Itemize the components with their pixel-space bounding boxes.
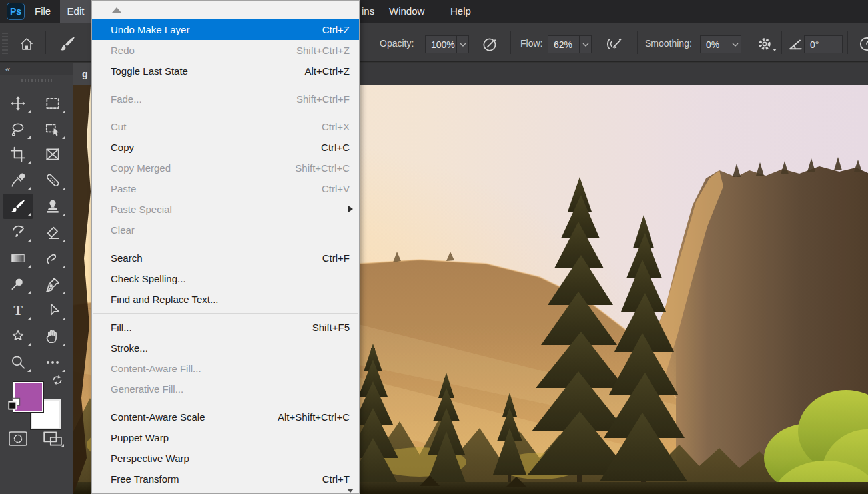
home-button[interactable] — [17, 35, 36, 53]
move-tool[interactable] — [3, 91, 33, 116]
brush-angle-input[interactable]: 0° — [804, 35, 843, 53]
menu-separator — [93, 244, 358, 244]
flow-label: Flow: — [520, 38, 542, 49]
menu-item-copy-merged[interactable]: Copy MergedShift+Ctrl+C — [92, 158, 359, 178]
menu-edit[interactable]: Edit — [60, 0, 91, 23]
smudge-tool[interactable] — [37, 246, 68, 271]
default-colors-icon[interactable] — [7, 396, 23, 412]
crop-tool[interactable] — [3, 142, 33, 167]
menu-item-copy[interactable]: CopyCtrl+C — [92, 137, 359, 158]
menu-item-find-and-replace-text[interactable]: Find and Replace Text... — [92, 289, 359, 310]
lasso-tool[interactable] — [3, 117, 33, 142]
smoothing-input[interactable]: 0% — [700, 35, 741, 53]
hand-tool[interactable] — [37, 324, 68, 349]
flow-input[interactable]: 62% — [548, 35, 592, 53]
airbrush-icon[interactable] — [603, 35, 626, 53]
eyedropper-tool[interactable] — [3, 168, 33, 193]
smoothing-dropdown-chevron[interactable] — [729, 36, 741, 53]
brush-preset-picker[interactable] — [56, 35, 79, 53]
flow-dropdown-chevron[interactable] — [579, 36, 591, 53]
rectangular-marquee-tool[interactable] — [37, 91, 68, 116]
photoshop-logo: Ps — [7, 3, 25, 20]
menu-item-toggle-last-state[interactable]: Toggle Last StateAlt+Ctrl+Z — [92, 61, 359, 81]
menu-item-cut[interactable]: CutCtrl+X — [92, 117, 359, 137]
menu-separator — [93, 403, 358, 403]
menu-item-free-transform[interactable]: Free TransformCtrl+T — [92, 469, 359, 489]
smoothing-options-gear-icon[interactable] — [755, 35, 774, 53]
eraser-tool[interactable] — [37, 220, 68, 245]
menu-item-paste-special[interactable]: Paste Special — [92, 199, 359, 220]
edit-toolbar-button[interactable] — [37, 350, 68, 375]
menu-scroll-up-zone[interactable] — [92, 1, 359, 19]
opacity-dropdown-chevron[interactable] — [456, 36, 468, 53]
dodge-tool[interactable] — [3, 272, 33, 297]
opacity-input[interactable]: 100% — [425, 35, 469, 53]
menu-item-undo-make-layer[interactable]: Undo Make LayerCtrl+Z — [92, 19, 359, 40]
menu-separator — [93, 85, 358, 85]
menu-separator — [93, 113, 358, 113]
menu-plugins-partial[interactable]: ins — [358, 0, 378, 23]
edit-menu-dropdown: Undo Make LayerCtrl+Z RedoShift+Ctrl+Z T… — [91, 0, 360, 494]
spot-healing-brush-tool[interactable] — [37, 168, 68, 193]
menu-item-stroke[interactable]: Stroke... — [92, 338, 359, 358]
history-brush-tool[interactable] — [3, 220, 33, 245]
clone-stamp-tool[interactable] — [37, 194, 68, 219]
screen-mode-button[interactable] — [39, 427, 67, 450]
document-tab[interactable]: g — [73, 63, 91, 85]
menu-item-search[interactable]: SearchCtrl+F — [92, 248, 359, 268]
pressure-opacity-icon[interactable] — [481, 35, 500, 53]
menu-item-paste[interactable]: PasteCtrl+V — [92, 178, 359, 199]
svg-text:T: T — [13, 303, 23, 318]
menu-item-puppet-warp[interactable]: Puppet Warp — [92, 427, 359, 448]
symmetry-icon[interactable] — [857, 35, 868, 53]
menu-separator — [93, 313, 358, 314]
brush-tool[interactable] — [3, 194, 33, 219]
menu-item-redo[interactable]: RedoShift+Ctrl+Z — [92, 40, 359, 61]
zoom-tool[interactable] — [3, 350, 33, 375]
opacity-label: Opacity: — [380, 38, 414, 49]
menu-window[interactable]: Window — [385, 0, 428, 23]
collapse-panel-button[interactable]: « — [0, 63, 73, 75]
menu-file[interactable]: File — [31, 0, 55, 23]
gradient-tool[interactable] — [3, 246, 33, 271]
scroll-down-icon[interactable] — [347, 489, 354, 493]
menu-item-generative-fill[interactable]: Generative Fill... — [92, 379, 359, 399]
menu-item-perspective-warp[interactable]: Perspective Warp — [92, 448, 359, 469]
custom-shape-tool[interactable] — [3, 324, 33, 349]
menu-item-content-aware-fill[interactable]: Content-Aware Fill... — [92, 358, 359, 379]
options-bar-grip[interactable] — [2, 31, 8, 54]
smoothing-label: Smoothing: — [645, 38, 692, 49]
menu-item-clear[interactable]: Clear — [92, 220, 359, 240]
panel-grip[interactable] — [21, 79, 52, 82]
menu-item-fill[interactable]: Fill...Shift+F5 — [92, 317, 359, 338]
menu-item-content-aware-scale[interactable]: Content-Aware ScaleAlt+Shift+Ctrl+C — [92, 407, 359, 427]
menu-item-fade[interactable]: Fade...Shift+Ctrl+F — [92, 89, 359, 109]
scroll-up-icon — [112, 7, 121, 13]
brush-angle-icon — [787, 35, 805, 53]
menu-help[interactable]: Help — [446, 0, 475, 23]
menu-item-check-spelling[interactable]: Check Spelling... — [92, 268, 359, 289]
object-selection-tool[interactable] — [37, 117, 68, 142]
direct-selection-tool[interactable] — [37, 298, 68, 323]
swap-colors-icon[interactable] — [50, 373, 65, 387]
submenu-arrow-icon — [348, 206, 353, 212]
type-tool[interactable]: T — [3, 298, 33, 323]
frame-tool[interactable] — [37, 142, 68, 167]
tools-panel: « T — [0, 63, 73, 494]
pen-tool[interactable] — [37, 272, 68, 297]
quick-mask-button[interactable] — [4, 428, 32, 449]
